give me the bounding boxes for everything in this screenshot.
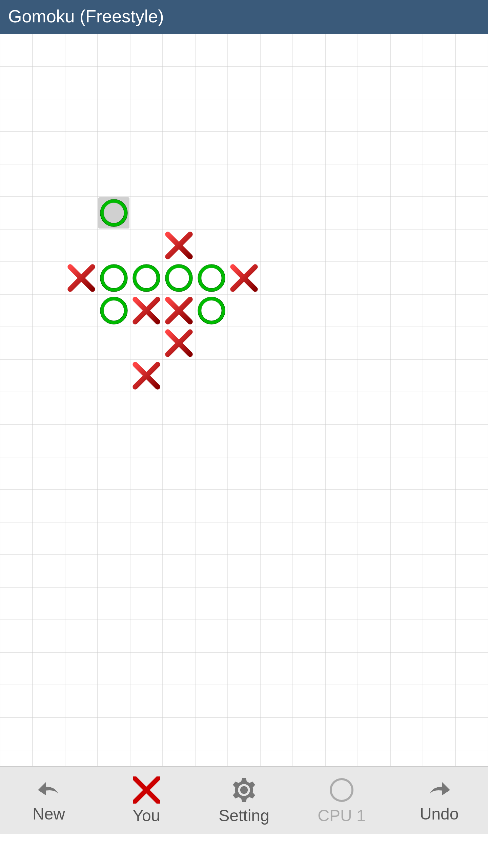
svg-point-56 — [200, 266, 223, 290]
cpu-label: CPU 1 — [318, 806, 365, 825]
title-bar: Gomoku (Freestyle) — [0, 0, 488, 34]
svg-point-44 — [102, 201, 126, 225]
you-label: You — [133, 806, 160, 825]
svg-point-66 — [200, 299, 223, 322]
you-icon — [133, 776, 160, 804]
setting-label: Setting — [219, 806, 269, 825]
app-title: Gomoku (Freestyle) — [8, 6, 164, 26]
piece-9 — [131, 295, 162, 326]
piece-5 — [163, 262, 195, 294]
svg-point-54 — [167, 266, 191, 290]
cpu-icon — [328, 776, 355, 804]
setting-button[interactable]: Setting — [197, 770, 291, 831]
grid-svg — [0, 34, 488, 834]
piece-2 — [66, 262, 97, 294]
gear-icon — [230, 776, 258, 804]
piece-13 — [131, 360, 162, 391]
new-button[interactable]: New — [1, 770, 96, 831]
new-icon — [35, 778, 62, 802]
undo-button[interactable]: Undo — [392, 770, 487, 831]
piece-11 — [196, 295, 227, 326]
cpu-button[interactable]: CPU 1 — [294, 770, 389, 831]
undo-icon — [426, 778, 453, 802]
you-button[interactable]: You — [99, 770, 194, 831]
piece-8 — [98, 295, 129, 326]
game-board[interactable]: New You Setting CPU 1 — [0, 34, 488, 834]
svg-point-75 — [331, 779, 352, 801]
piece-4 — [131, 262, 162, 294]
piece-3 — [98, 262, 129, 294]
svg-point-60 — [102, 299, 126, 322]
piece-12 — [163, 328, 195, 359]
new-label: New — [33, 805, 65, 823]
svg-point-50 — [102, 266, 126, 290]
piece-7 — [228, 262, 260, 294]
svg-point-52 — [135, 266, 158, 290]
piece-0 — [98, 197, 129, 229]
undo-label: Undo — [420, 805, 459, 823]
piece-10 — [163, 295, 195, 326]
piece-6 — [196, 262, 227, 294]
piece-1 — [163, 230, 195, 261]
bottom-bar: New You Setting CPU 1 — [0, 766, 488, 834]
